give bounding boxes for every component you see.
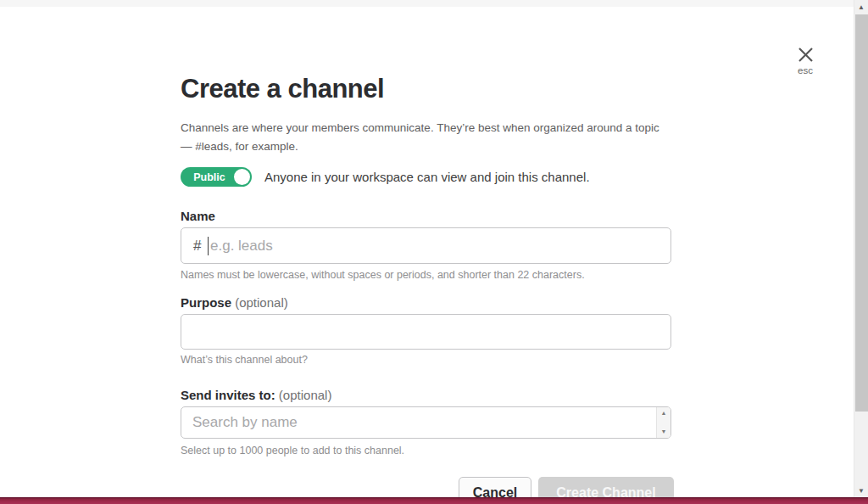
invites-search-input[interactable]: [181, 407, 670, 438]
scroll-up-icon[interactable]: ▲: [657, 409, 670, 417]
visibility-description: Anyone in your workspace can view and jo…: [264, 170, 590, 184]
invites-label: Send invites to: (optional): [181, 388, 331, 402]
hash-prefix-icon: #: [193, 238, 201, 255]
channel-name-input[interactable]: [181, 228, 670, 263]
esc-shortcut-label: esc: [788, 65, 822, 76]
purpose-helper-text: What’s this channel about?: [181, 354, 308, 366]
invites-label-text: Send invites to:: [181, 388, 275, 402]
scroll-down-icon[interactable]: ▼: [657, 428, 670, 436]
name-label: Name: [181, 209, 215, 223]
toggle-knob-icon: [234, 169, 250, 185]
purpose-field[interactable]: [181, 314, 671, 350]
scrollbar-thumb[interactable]: [855, 14, 868, 412]
create-channel-page: esc Create a channel Channels are where …: [0, 0, 868, 504]
purpose-label-text: Purpose: [181, 295, 231, 310]
purpose-optional-label: (optional): [235, 295, 288, 310]
bottom-red-bar: [0, 497, 868, 504]
page-title: Create a channel: [181, 74, 384, 104]
purpose-label: Purpose (optional): [181, 295, 288, 310]
name-helper-text: Names must be lowercase, without spaces …: [181, 269, 585, 281]
channel-name-field[interactable]: #: [181, 227, 671, 264]
scrollbar-up-icon[interactable]: ▲: [854, 0, 868, 14]
public-toggle[interactable]: Public: [181, 167, 252, 187]
close-button[interactable]: esc: [788, 47, 822, 76]
invites-field-scrollbar[interactable]: ▲ ▼: [656, 407, 670, 438]
invites-optional-label: (optional): [279, 388, 332, 402]
text-cursor: [208, 237, 209, 255]
dialog-description: Channels are where your members communic…: [181, 119, 671, 155]
name-label-text: Name: [181, 209, 215, 223]
scrollbar-down-icon[interactable]: ▼: [854, 484, 868, 498]
top-strip: [0, 0, 868, 7]
visibility-row: Public Anyone in your workspace can view…: [181, 167, 671, 187]
purpose-input[interactable]: [181, 315, 670, 349]
close-icon: [798, 47, 814, 63]
invites-field[interactable]: ▲ ▼: [181, 406, 671, 439]
invites-helper-text: Select up to 1000 people to add to this …: [181, 445, 404, 456]
page-scrollbar[interactable]: ▲ ▼: [854, 0, 868, 504]
